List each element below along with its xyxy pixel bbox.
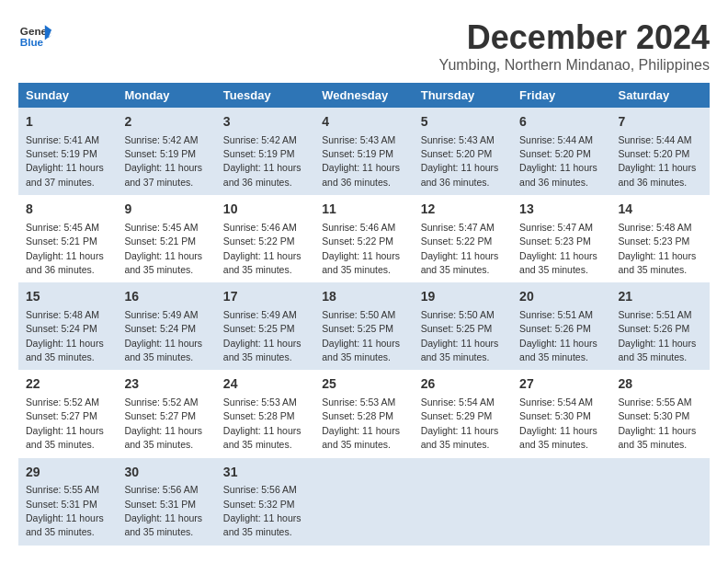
sunrise-info: Sunrise: 5:48 AMSunset: 5:23 PMDaylight:… [619,222,697,275]
calendar-cell: 3Sunrise: 5:42 AMSunset: 5:19 PMDaylight… [216,108,314,195]
calendar-cell: 1Sunrise: 5:41 AMSunset: 5:19 PMDaylight… [18,108,117,195]
calendar-cell: 20Sunrise: 5:51 AMSunset: 5:26 PMDayligh… [512,282,610,370]
day-number: 4 [322,113,405,132]
header-sunday: Sunday [18,83,117,108]
calendar-cell: 8Sunrise: 5:45 AMSunset: 5:21 PMDaylight… [18,195,117,282]
day-number: 19 [421,288,505,306]
day-number: 1 [26,113,109,132]
header-wednesday: Wednesday [314,83,413,108]
calendar-cell: 12Sunrise: 5:47 AMSunset: 5:22 PMDayligh… [414,195,512,282]
location-title: Yumbing, Northern Mindanao, Philippines [439,57,710,74]
day-number: 22 [26,375,109,394]
calendar-cell: 15Sunrise: 5:48 AMSunset: 5:24 PMDayligh… [18,282,117,370]
day-number: 7 [619,113,702,132]
calendar-cell: 17Sunrise: 5:49 AMSunset: 5:25 PMDayligh… [216,282,314,370]
sunrise-info: Sunrise: 5:51 AMSunset: 5:26 PMDaylight:… [519,309,597,362]
sunrise-info: Sunrise: 5:41 AMSunset: 5:19 PMDaylight:… [26,134,104,188]
sunrise-info: Sunrise: 5:54 AMSunset: 5:30 PMDaylight:… [519,396,597,450]
svg-text:Blue: Blue [20,36,44,48]
sunrise-info: Sunrise: 5:47 AMSunset: 5:22 PMDaylight:… [421,222,499,275]
day-number: 12 [421,201,505,219]
sunrise-info: Sunrise: 5:51 AMSunset: 5:26 PMDaylight:… [619,309,697,362]
calendar-cell: 31Sunrise: 5:56 AMSunset: 5:32 PMDayligh… [216,458,314,546]
header-thursday: Thursday [414,83,512,108]
calendar-cell: 4Sunrise: 5:43 AMSunset: 5:19 PMDaylight… [314,108,413,195]
day-number: 3 [223,113,307,132]
calendar-cell: 6Sunrise: 5:44 AMSunset: 5:20 PMDaylight… [512,108,610,195]
sunrise-info: Sunrise: 5:55 AMSunset: 5:30 PMDaylight:… [619,396,697,450]
calendar-cell: 25Sunrise: 5:53 AMSunset: 5:28 PMDayligh… [314,370,413,457]
day-number: 29 [26,464,109,482]
sunrise-info: Sunrise: 5:44 AMSunset: 5:20 PMDaylight:… [519,134,597,188]
day-number: 17 [223,288,307,306]
calendar-cell: 24Sunrise: 5:53 AMSunset: 5:28 PMDayligh… [216,370,314,457]
day-number: 23 [124,375,208,394]
header-friday: Friday [512,83,610,108]
day-number: 8 [26,201,109,219]
sunrise-info: Sunrise: 5:52 AMSunset: 5:27 PMDaylight:… [26,396,104,450]
calendar-cell: 22Sunrise: 5:52 AMSunset: 5:27 PMDayligh… [18,370,117,457]
day-number: 26 [421,375,505,394]
calendar-cell: 29Sunrise: 5:55 AMSunset: 5:31 PMDayligh… [18,458,117,546]
logo-icon: General Blue [18,18,51,52]
header-monday: Monday [117,83,215,108]
day-number: 5 [421,113,505,132]
day-number: 10 [223,201,307,219]
calendar-cell: 23Sunrise: 5:52 AMSunset: 5:27 PMDayligh… [117,370,215,457]
calendar-cell: 10Sunrise: 5:46 AMSunset: 5:22 PMDayligh… [216,195,314,282]
sunrise-info: Sunrise: 5:49 AMSunset: 5:25 PMDaylight:… [223,309,301,362]
sunrise-info: Sunrise: 5:52 AMSunset: 5:27 PMDaylight:… [124,396,202,450]
day-number: 11 [322,201,405,219]
week-row-2: 8Sunrise: 5:45 AMSunset: 5:21 PMDaylight… [18,195,710,282]
week-row-1: 1Sunrise: 5:41 AMSunset: 5:19 PMDaylight… [18,108,710,195]
sunrise-info: Sunrise: 5:50 AMSunset: 5:25 PMDaylight:… [421,309,499,362]
calendar-cell: 18Sunrise: 5:50 AMSunset: 5:25 PMDayligh… [314,282,413,370]
sunrise-info: Sunrise: 5:54 AMSunset: 5:29 PMDaylight:… [421,396,499,450]
sunrise-info: Sunrise: 5:43 AMSunset: 5:20 PMDaylight:… [421,134,499,188]
day-number: 15 [26,288,109,306]
sunrise-info: Sunrise: 5:48 AMSunset: 5:24 PMDaylight:… [26,309,104,362]
sunrise-info: Sunrise: 5:47 AMSunset: 5:23 PMDaylight:… [519,222,597,275]
sunrise-info: Sunrise: 5:50 AMSunset: 5:25 PMDaylight:… [322,309,400,362]
sunrise-info: Sunrise: 5:46 AMSunset: 5:22 PMDaylight:… [322,222,400,275]
calendar-cell: 14Sunrise: 5:48 AMSunset: 5:23 PMDayligh… [611,195,710,282]
week-row-5: 29Sunrise: 5:55 AMSunset: 5:31 PMDayligh… [18,458,710,546]
page-header: General Blue December 2024 Yumbing, Nort… [18,18,710,74]
sunrise-info: Sunrise: 5:45 AMSunset: 5:21 PMDaylight:… [124,222,202,275]
day-number: 25 [322,375,405,394]
calendar-cell: 28Sunrise: 5:55 AMSunset: 5:30 PMDayligh… [611,370,710,457]
sunrise-info: Sunrise: 5:55 AMSunset: 5:31 PMDaylight:… [26,484,104,537]
calendar-cell [611,458,710,546]
day-number: 24 [223,375,307,394]
header-saturday: Saturday [611,83,710,108]
calendar-cell: 21Sunrise: 5:51 AMSunset: 5:26 PMDayligh… [611,282,710,370]
calendar-cell: 27Sunrise: 5:54 AMSunset: 5:30 PMDayligh… [512,370,610,457]
day-number: 30 [124,464,208,482]
calendar-cell: 26Sunrise: 5:54 AMSunset: 5:29 PMDayligh… [414,370,512,457]
sunrise-info: Sunrise: 5:44 AMSunset: 5:20 PMDaylight:… [619,134,697,188]
header-tuesday: Tuesday [216,83,314,108]
sunrise-info: Sunrise: 5:46 AMSunset: 5:22 PMDaylight:… [223,222,301,275]
month-title: December 2024 [439,18,710,57]
calendar-header-row: SundayMondayTuesdayWednesdayThursdayFrid… [18,83,710,108]
week-row-3: 15Sunrise: 5:48 AMSunset: 5:24 PMDayligh… [18,282,710,370]
calendar-cell: 30Sunrise: 5:56 AMSunset: 5:31 PMDayligh… [117,458,215,546]
day-number: 31 [223,464,307,482]
sunrise-info: Sunrise: 5:53 AMSunset: 5:28 PMDaylight:… [223,396,301,450]
day-number: 14 [619,201,702,219]
sunrise-info: Sunrise: 5:42 AMSunset: 5:19 PMDaylight:… [223,134,301,188]
sunrise-info: Sunrise: 5:56 AMSunset: 5:32 PMDaylight:… [223,484,301,537]
calendar-table: SundayMondayTuesdayWednesdayThursdayFrid… [18,83,710,546]
sunrise-info: Sunrise: 5:53 AMSunset: 5:28 PMDaylight:… [322,396,400,450]
day-number: 18 [322,288,405,306]
logo: General Blue [18,18,51,52]
calendar-cell: 9Sunrise: 5:45 AMSunset: 5:21 PMDaylight… [117,195,215,282]
calendar-cell: 16Sunrise: 5:49 AMSunset: 5:24 PMDayligh… [117,282,215,370]
calendar-cell [512,458,610,546]
day-number: 21 [619,288,702,306]
sunrise-info: Sunrise: 5:43 AMSunset: 5:19 PMDaylight:… [322,134,400,188]
sunrise-info: Sunrise: 5:56 AMSunset: 5:31 PMDaylight:… [124,484,202,537]
calendar-cell [414,458,512,546]
day-number: 20 [519,288,603,306]
sunrise-info: Sunrise: 5:45 AMSunset: 5:21 PMDaylight:… [26,222,104,275]
